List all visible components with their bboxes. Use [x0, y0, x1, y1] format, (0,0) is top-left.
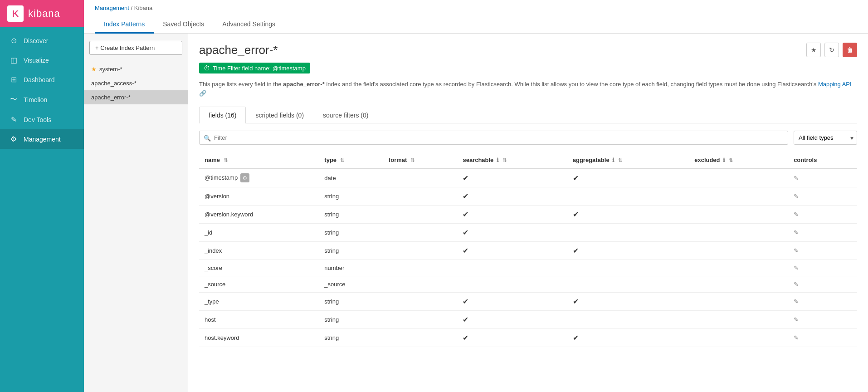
refresh-button[interactable]: ↻	[824, 43, 839, 57]
edit-icon[interactable]: ✎	[794, 265, 799, 271]
edit-icon[interactable]: ✎	[794, 298, 799, 305]
cell-type: string	[319, 242, 383, 260]
tab-index-patterns[interactable]: Index Patterns	[95, 16, 154, 34]
index-item-system[interactable]: ★ system-*	[84, 62, 188, 76]
aggregatable-sort-icon[interactable]: ⇅	[618, 157, 622, 163]
gear-icon[interactable]: ⚙	[240, 173, 249, 182]
sidebar-item-management[interactable]: ⚙ Management	[0, 129, 84, 149]
cell-aggregatable	[567, 311, 689, 329]
format-sort-icon[interactable]: ⇅	[410, 157, 414, 163]
filter-input[interactable]	[199, 131, 788, 145]
cell-controls: ✎	[788, 242, 857, 260]
cell-type: string	[319, 187, 383, 206]
cell-type: string	[319, 293, 383, 311]
field-type-select[interactable]: All field types string date number	[794, 131, 857, 145]
cell-type: date	[319, 168, 383, 187]
sidebar-item-label-discover: Discover	[24, 37, 48, 44]
tab-saved-objects[interactable]: Saved Objects	[154, 16, 213, 34]
edit-icon[interactable]: ✎	[794, 229, 799, 236]
cell-excluded	[689, 276, 788, 293]
visualize-icon: ◫	[9, 56, 18, 64]
edit-icon[interactable]: ✎	[794, 247, 799, 254]
cell-format	[383, 187, 457, 206]
sidebar-item-visualize[interactable]: ◫ Visualize	[0, 50, 84, 70]
searchable-check: ✔	[463, 211, 468, 218]
cell-name: @version	[199, 187, 319, 206]
cell-searchable: ✔	[457, 293, 567, 311]
topbar: Management / Kibana Index Patterns Saved…	[84, 0, 868, 34]
filter-row: 🔍 All field types string date number	[199, 131, 857, 145]
col-header-aggregatable: aggregatable ℹ ⇅	[567, 152, 689, 168]
index-item-apache-access[interactable]: apache_access-*	[84, 76, 188, 90]
top-nav-tabs: Index Patterns Saved Objects Advanced Se…	[95, 16, 857, 33]
management-icon: ⚙	[9, 135, 18, 143]
breadcrumb: Management / Kibana	[95, 0, 857, 14]
cell-controls: ✎	[788, 206, 857, 224]
favorite-button[interactable]: ★	[806, 43, 821, 57]
cell-type: string	[319, 206, 383, 224]
edit-icon[interactable]: ✎	[794, 281, 799, 288]
type-sort-icon[interactable]: ⇅	[340, 157, 344, 163]
index-item-apache-error[interactable]: apache_error-*	[84, 90, 188, 104]
cell-format	[383, 242, 457, 260]
sidebar-item-label-dashboard: Dashboard	[24, 76, 55, 83]
sidebar-item-timelion[interactable]: 〜 Timelion	[0, 89, 84, 110]
edit-icon[interactable]: ✎	[794, 334, 799, 341]
name-sort-icon[interactable]: ⇅	[224, 157, 228, 163]
index-item-label-apache-access: apache_access-*	[91, 80, 137, 87]
pattern-actions: ★ ↻ 🗑	[806, 43, 857, 57]
cell-searchable: ✔	[457, 206, 567, 224]
cell-format	[383, 206, 457, 224]
edit-icon[interactable]: ✎	[794, 175, 799, 181]
fields-table-header: name ⇅ type ⇅ format ⇅ searchable	[199, 152, 857, 168]
pattern-title-row: apache_error-* ★ ↻ 🗑	[199, 43, 857, 57]
excluded-sort-icon[interactable]: ⇅	[729, 157, 733, 163]
tab-scripted-fields[interactable]: scripted fields (0)	[246, 107, 313, 123]
cell-name: _score	[199, 260, 319, 276]
searchable-sort-icon[interactable]: ⇅	[502, 157, 507, 163]
searchable-check: ✔	[463, 192, 468, 200]
cell-excluded	[689, 311, 788, 329]
cell-format	[383, 311, 457, 329]
edit-icon[interactable]: ✎	[794, 193, 799, 200]
sidebar-item-dashboard[interactable]: ⊞ Dashboard	[0, 70, 84, 89]
sidebar-item-label-devtools: Dev Tools	[24, 116, 51, 123]
cell-searchable: ✔	[457, 187, 567, 206]
fields-table-body: @timestamp⚙date✔✔✎@versionstring✔✎@versi…	[199, 168, 857, 347]
searchable-info-icon: ℹ	[497, 157, 499, 163]
cell-searchable: ✔	[457, 242, 567, 260]
aggregatable-check: ✔	[573, 334, 579, 342]
table-row: @timestamp⚙date✔✔✎	[199, 168, 857, 187]
sidebar: K kibana ⊙ Discover ◫ Visualize ⊞ Dashbo…	[0, 0, 84, 392]
cell-excluded	[689, 187, 788, 206]
breadcrumb-management[interactable]: Management	[95, 5, 129, 11]
cell-type: _source	[319, 276, 383, 293]
tab-advanced-settings[interactable]: Advanced Settings	[213, 16, 284, 34]
kibana-logo-icon: K	[7, 5, 24, 22]
tab-source-filters[interactable]: source filters (0)	[313, 107, 378, 123]
sidebar-item-discover[interactable]: ⊙ Discover	[0, 31, 84, 50]
index-pattern-list: + Create Index Pattern ★ system-* apache…	[84, 34, 188, 392]
sidebar-item-devtools[interactable]: ✎ Dev Tools	[0, 110, 84, 129]
pattern-title-text: apache_error-*	[199, 43, 278, 57]
cell-name: @version.keyword	[199, 206, 319, 224]
cell-controls: ✎	[788, 293, 857, 311]
searchable-check: ✔	[463, 174, 468, 182]
tab-fields[interactable]: fields (16)	[199, 107, 246, 123]
delete-button[interactable]: 🗑	[843, 43, 857, 57]
aggregatable-check: ✔	[573, 211, 579, 218]
mapping-api-link[interactable]: Mapping API	[818, 81, 852, 88]
desc-bold: apache_error-*	[283, 81, 325, 88]
col-header-format: format ⇅	[383, 152, 457, 168]
cell-aggregatable	[567, 187, 689, 206]
main-content: Management / Kibana Index Patterns Saved…	[84, 0, 868, 392]
edit-icon[interactable]: ✎	[794, 211, 799, 218]
edit-icon[interactable]: ✎	[794, 316, 799, 323]
create-index-pattern-button[interactable]: + Create Index Pattern	[89, 41, 182, 55]
index-item-label-system: system-*	[99, 66, 122, 73]
cell-name: host.keyword	[199, 329, 319, 347]
cell-name: _id	[199, 224, 319, 242]
breadcrumb-kibana: Kibana	[134, 5, 152, 11]
cell-excluded	[689, 242, 788, 260]
cell-controls: ✎	[788, 329, 857, 347]
